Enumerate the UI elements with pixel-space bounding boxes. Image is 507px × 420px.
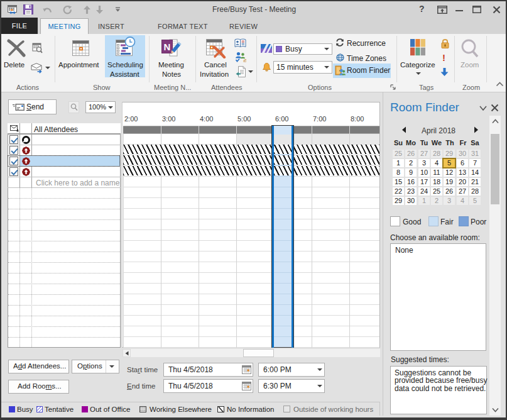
svg-text:N: N (164, 41, 171, 52)
svg-text:@: @ (243, 58, 246, 63)
